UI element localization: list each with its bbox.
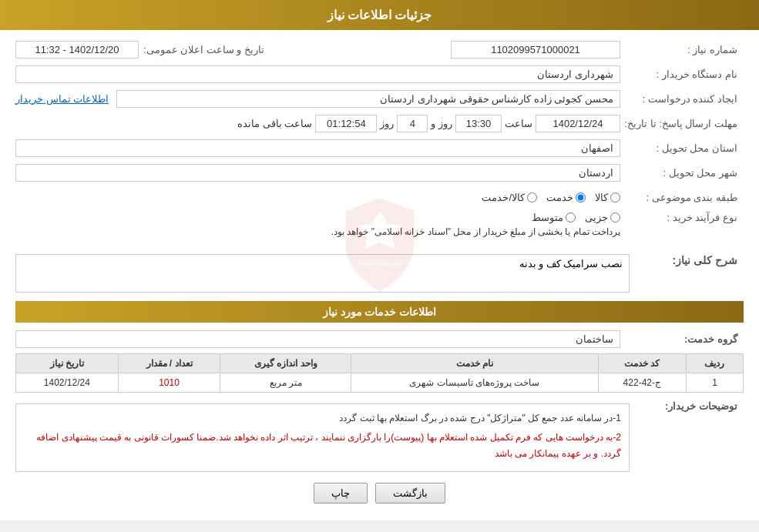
radio-kala-label: کالا <box>595 192 608 203</box>
table-row: 1ج-42-422ساخت پروژه‌های تاسیسات شهریمتر … <box>16 373 744 393</box>
cell-tedad: 1010 <box>118 373 220 393</box>
ostan-label: استان محل تحویل : <box>620 142 744 154</box>
mohlat-date: 1402/12/24 <box>536 115 620 132</box>
radio-motawaset[interactable]: متوسط <box>532 212 576 223</box>
namDastgah-label: نام دستگاه خریدار : <box>620 69 744 80</box>
mohlat-zaman: 01:12:54 <box>315 115 377 132</box>
shomareNiaz-label: شماره نیاز : <box>620 44 744 55</box>
row-namDastgah: نام دستگاه خریدار : شهرداری اردستان <box>15 64 744 84</box>
cell-tarikh: 1402/12/24 <box>16 373 119 393</box>
tarikh-label: تاریخ و ساعت اعلان عمومی: <box>143 44 270 55</box>
tosih-section: توضیحات خریدار: 1-در سامانه عدد جمع کل "… <box>15 400 744 472</box>
radio-kala-khedmat[interactable]: کالا/خدمت <box>482 192 537 203</box>
table-header-row: ردیف کد خدمت نام خدمت واحد اندازه گیری ت… <box>16 354 744 373</box>
radio-motawaset-input[interactable] <box>566 212 576 223</box>
khedmat-table: ردیف کد خدمت نام خدمت واحد اندازه گیری ت… <box>15 353 744 393</box>
shomareNiaz-value: 1102099571000021 <box>451 41 620 59</box>
noeFarayand-label: نوع فرآیند خرید : <box>620 212 744 223</box>
cell-vahed: متر مربع <box>220 373 351 393</box>
radio-kala-input[interactable] <box>610 192 620 202</box>
radio-jezii-label: جزیی <box>585 212 608 223</box>
col-kodKhedmat: کد خدمت <box>598 354 686 373</box>
radio-khedmat-label: خدمت <box>546 192 573 203</box>
tosih-line1: 1-در سامانه عدد جمع کل "متراژکل" درج شده… <box>24 410 621 427</box>
bazgasht-button[interactable]: بازگشت <box>375 483 445 504</box>
mohlat-label: مهلت ارسال پاسخ: تا تاریخ: <box>620 118 744 129</box>
khedmat-section-header: اطلاعات خدمات مورد نیاز <box>15 301 744 323</box>
shahr-value: اردستان <box>15 164 620 182</box>
ostan-value: اصفهان <box>15 139 620 157</box>
radio-kala-khedmat-label: کالا/خدمت <box>482 192 525 203</box>
radio-kala-khedmat-input[interactable] <box>527 192 537 202</box>
mohlat-roz: 4 <box>397 115 428 132</box>
col-vahed: واحد اندازه گیری <box>220 354 351 373</box>
row-eijadKonande: ایجاد کننده درخواست : محسن کجوئی زاده کا… <box>15 89 744 109</box>
saat-label: ساعت <box>502 118 536 129</box>
baqimande-label: ساعت باقی مانده <box>234 118 315 129</box>
tosih-box: 1-در سامانه عدد جمع کل "متراژکل" درج شده… <box>15 403 630 472</box>
tabaghebandi-label: طبقه بندی موضوعی : <box>620 192 744 203</box>
tosih-line2: 2-به درخواست هایی که فرم تکمیل شده استعل… <box>24 430 621 463</box>
cell-namKhedmat: ساخت پروژه‌های تاسیسات شهری <box>351 373 598 393</box>
row-shomareNiaz: شماره نیاز : 1102099571000021 تاریخ و سا… <box>15 39 744 59</box>
radio-khedmat[interactable]: خدمت <box>546 192 586 203</box>
shahr-label: شهر محل تحویل : <box>620 167 744 179</box>
content-area: شماره نیاز : 1102099571000021 تاریخ و سا… <box>0 30 759 520</box>
eijadKonande-value: محسن کجوئی زاده کارشناس حقوقی شهرداری ار… <box>116 90 620 108</box>
watermark-shield: AnaFender.net <box>311 195 449 295</box>
sharhKoli-label: شرح کلی نیاز: <box>636 254 744 266</box>
groupKhedmat-value: ساختمان <box>15 330 620 348</box>
page-header: جزئیات اطلاعات نیاز <box>0 0 759 30</box>
radio-motawaset-label: متوسط <box>532 212 563 223</box>
roz-text: روز <box>377 118 397 129</box>
mohlat-saat: 13:30 <box>455 115 502 132</box>
page-title: جزئیات اطلاعات نیاز <box>327 8 432 22</box>
col-tedad: تعداد / مقدار <box>118 354 220 373</box>
groupKhedmat-label: گروه خدمت: <box>620 333 744 345</box>
radio-kala[interactable]: کالا <box>595 192 620 203</box>
eijadKonande-label: ایجاد کننده درخواست : <box>620 93 744 105</box>
cell-radif: 1 <box>686 373 743 393</box>
radio-jezii-input[interactable] <box>610 212 620 223</box>
col-tarikh: تاریخ نیاز <box>16 354 119 373</box>
tabaghebandi-radio-group: کالا خدمت کالا/خدمت <box>482 192 620 203</box>
row-groupKhedmat: گروه خدمت: ساختمان <box>15 329 744 349</box>
chap-button[interactable]: چاپ <box>314 483 368 504</box>
col-namKhedmat: نام خدمت <box>351 354 598 373</box>
namDastgah-value: شهرداری اردستان <box>15 65 620 83</box>
tosih-label: توضیحات خریدار: <box>636 400 744 412</box>
eijadKonande-link[interactable]: اطلاعات تماس خریدار <box>15 93 109 105</box>
svg-text:AnaFender.net: AnaFender.net <box>358 259 401 267</box>
tarikh-value: 1402/12/20 - 11:32 <box>15 41 139 59</box>
row-ostan: استان محل تحویل : اصفهان <box>15 138 744 158</box>
col-radif: ردیف <box>686 354 743 373</box>
cell-kodKhedmat: ج-42-422 <box>598 373 686 393</box>
row-mohlat: مهلت ارسال پاسخ: تا تاریخ: 1402/12/24 سا… <box>15 113 744 133</box>
button-row: بازگشت چاپ <box>15 483 744 504</box>
row-shahr: شهر محل تحویل : اردستان <box>15 162 744 182</box>
radio-khedmat-input[interactable] <box>576 192 586 202</box>
khedmat-section-title: اطلاعات خدمات مورد نیاز <box>323 306 437 318</box>
page-container: جزئیات اطلاعات نیاز شماره نیاز : 1102099… <box>0 0 759 520</box>
radio-jezii[interactable]: جزیی <box>585 212 620 223</box>
roz-label: روز و <box>428 118 455 129</box>
